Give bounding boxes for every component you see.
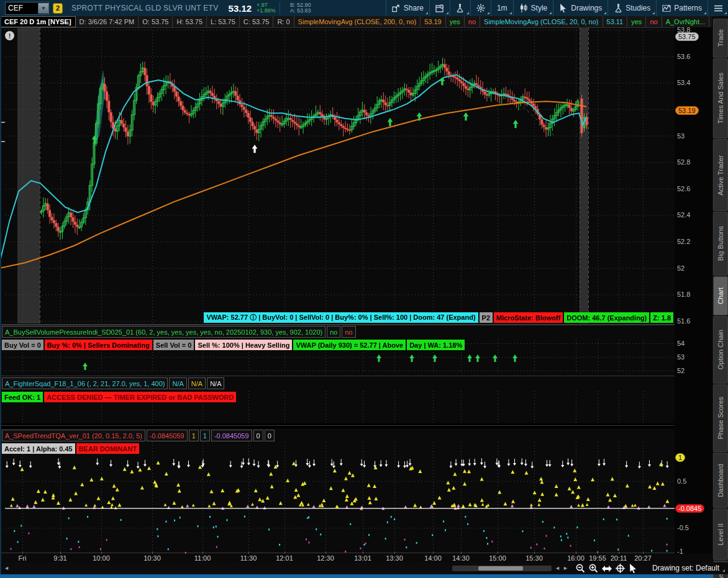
menu-icon <box>714 4 722 12</box>
buysell-status-strip: Buy Vol = 0Buy %: 0% | Sellers Dominatin… <box>2 340 465 350</box>
vwapStrip-item-3: DOOM: 46.7 (Expanding) <box>564 312 649 323</box>
sidebar-tab-label: Level II <box>717 523 724 545</box>
axis-tick: 0.5 <box>677 477 686 485</box>
price-change: +.97+1.86% <box>257 2 276 14</box>
patterns-button[interactable]: Patterns <box>656 0 708 16</box>
speedStrip-item-6: 0 <box>265 430 275 441</box>
status-bar: ◄ ◄ ► Drawing set: Default <box>0 562 728 574</box>
symbol-input[interactable] <box>6 4 38 12</box>
buysellStrip-item-0: Buy Vol = 0 <box>2 340 43 350</box>
menu-button[interactable] <box>708 0 728 16</box>
style-button[interactable]: Style <box>513 0 553 16</box>
feedStrip-item-1: ACCESS DENIED — TIMER EXPIRED or BAD PAS… <box>44 392 236 402</box>
sidebar-tab-big-buttons[interactable]: Big Buttons <box>713 212 728 276</box>
price-axis[interactable]: 53.853.653.453.25352.852.652.452.25251.8… <box>675 27 712 554</box>
pan-icon[interactable] <box>601 563 612 574</box>
time-label: 15:30 <box>526 554 543 562</box>
time-label: 12:01 <box>276 554 293 562</box>
sidebar-tab-phase-scores[interactable]: Phase Scores <box>713 384 728 452</box>
axis-tick: -0.5 <box>677 524 689 531</box>
scrollbar-thumb[interactable] <box>478 566 523 571</box>
time-label: 12:30 <box>317 554 334 562</box>
alert-icon[interactable]: ! <box>5 31 14 40</box>
share-label: Share <box>404 4 424 12</box>
axis-tick: 51.8 <box>677 291 690 298</box>
linked-group-badge[interactable]: 2 <box>53 3 63 14</box>
header-cell-3: H: 53.75 <box>173 16 207 27</box>
timeframe-button[interactable]: 1m <box>491 0 513 16</box>
speedStrip-item-5: 0 <box>253 430 263 441</box>
symbol-box[interactable]: ▼ <box>5 2 49 15</box>
studies-button[interactable]: Studies <box>607 0 656 16</box>
header-cell-7: SimpleMovingAvg (CLOSE, 200, 0, no) <box>294 16 421 27</box>
flask-icon <box>614 4 622 12</box>
flask-button[interactable] <box>450 0 470 16</box>
study2Strip-item-2: no <box>342 326 355 338</box>
speedStrip-item-2: 1 <box>189 430 199 441</box>
header-cell-13: yes <box>627 16 646 27</box>
sidebar-tab-active-trader[interactable]: Active Trader <box>713 139 728 211</box>
scrollbar-step-right-icon[interactable]: ► <box>563 565 568 571</box>
sidebar-tab-label: Chart <box>717 287 724 304</box>
speedStrip-item-3: 1 <box>200 430 210 441</box>
accel-status-strip: Accel: 1 | Alpha: 0.45BEAR DOMINANT <box>2 443 139 454</box>
window-bottom-border <box>0 574 728 578</box>
sidebar-tab-trade[interactable]: Trade <box>713 19 728 58</box>
bid-ask: B: 52.90A: 53.83 <box>290 2 311 14</box>
chart-scrollbar[interactable] <box>452 566 552 571</box>
speedtrend-study-label: A_SPeedTrendTQA_ver_01 (20, 0.15, 2.0, 5… <box>2 430 275 441</box>
speedStrip-item-4: -0.0845059 <box>211 430 252 441</box>
settings-button[interactable] <box>470 0 491 16</box>
time-label: 11:30 <box>240 554 257 562</box>
buysellStrip-item-1: Buy %: 0% | Sellers Dominating <box>45 340 152 350</box>
sidebar-tab-dashboard[interactable]: Dashboard <box>713 453 728 508</box>
drawing-set-button[interactable]: Drawing set: Default <box>652 564 719 572</box>
symbol-dropdown-icon[interactable]: ▼ <box>38 3 48 14</box>
sidebar-tab-level-ii[interactable]: Level II <box>713 508 728 560</box>
fightersqad-study-label: A_FighterSqad_F18_1_06 (, 2, 21, 27.0, y… <box>2 377 224 389</box>
symbol-description: SPROTT PHYSICAL GLD SLVR UNT ETV <box>71 4 219 12</box>
share-icon <box>392 4 401 12</box>
time-label: 14:30 <box>452 554 470 562</box>
chart-header-row: CEF 20 D 1m [NYSE]D: 3/6/26 7:42 PMO: 53… <box>0 16 712 28</box>
study2Strip-item-1: no <box>327 326 340 338</box>
buysellStrip-item-5: Day | WA: 1.18% <box>407 340 465 350</box>
sidebar-tab-chart[interactable]: Chart <box>713 276 728 315</box>
axis-tick: 53 <box>677 132 685 140</box>
time-axis[interactable]: Fri9:3110:0010:3011:0011:3012:0112:3013:… <box>0 554 712 562</box>
patterns-label: Patterns <box>674 4 702 12</box>
axis-tick: 52.8 <box>677 158 690 166</box>
sidebar-tab-times-and-sales[interactable]: Times And Sales <box>713 58 728 138</box>
sidebar-tab-label: Active Trader <box>717 155 724 196</box>
drawings-label: Drawings <box>571 4 602 12</box>
report-button[interactable] <box>429 0 450 16</box>
zoom-in-icon[interactable] <box>588 563 599 574</box>
gadget-sidebar: TradeTimes And SalesActive TraderBig But… <box>712 16 728 562</box>
vwapStrip-item-0: VWAP: 52.77 ⓘ | BuyVol: 0 | SellVol: 0 |… <box>204 312 478 323</box>
sidebar-tab-option-chain[interactable]: Option Chain <box>713 316 728 384</box>
scrollbar-step-left-icon[interactable]: ◄ <box>555 565 560 571</box>
header-cell-9: yes <box>446 16 465 27</box>
crosshair-icon[interactable] <box>614 563 626 574</box>
axis-tick: 51.6 <box>677 317 690 325</box>
speedStrip-item-0: A_SPeedTrendTQA_ver_01 (20, 0.15, 2.0, 5… <box>2 430 145 441</box>
axis-price-bubble: 53.75 <box>675 32 699 41</box>
vwapStrip-item-1: P2 <box>480 312 493 323</box>
time-label: 13:30 <box>386 554 403 562</box>
scroll-left-icon[interactable]: ◄ <box>4 565 9 571</box>
axis-price-bubble: 1 <box>675 453 685 462</box>
buysell-study-label: A_BuySellVolumePressureIndi_SD025_01 (60… <box>2 326 356 338</box>
feedStrip-item-0: Feed OK: 1 <box>2 392 43 402</box>
chart-canvas[interactable] <box>0 27 675 554</box>
top-toolbar: ▼ 2 SPROTT PHYSICAL GLD SLVR UNT ETV 53.… <box>0 0 728 16</box>
share-button[interactable]: Share <box>386 0 429 16</box>
gear-icon <box>476 4 485 12</box>
time-label: 11:00 <box>194 554 211 562</box>
timeframe-label: 1m <box>497 4 507 12</box>
zoom-out-icon[interactable] <box>575 563 586 574</box>
buysellStrip-item-3: Sell %: 100% | Heavy Selling <box>195 340 292 350</box>
cursor-icon[interactable] <box>627 563 639 574</box>
chart-plot-area[interactable]: ! VWAP: 52.77 ⓘ | BuyVol: 0 | SellVol: 0… <box>0 27 675 554</box>
drawings-button[interactable]: Drawings <box>553 0 607 16</box>
window-left-border <box>0 16 1 574</box>
